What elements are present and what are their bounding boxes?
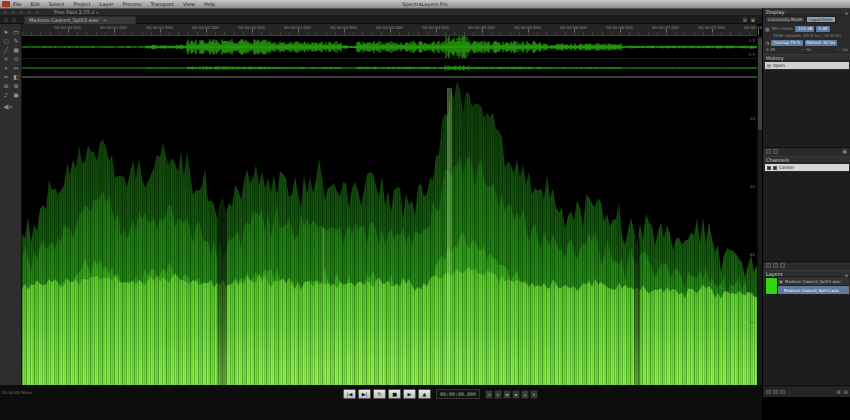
transport-option-6[interactable]: ▾ [530,390,538,399]
overlap-dropdown[interactable]: Overlap 75 % [771,40,802,46]
layer-toggle-icon-2[interactable] [773,390,778,394]
close-icon[interactable]: × [103,17,107,24]
select-tool[interactable]: ➤ [1,27,11,36]
record-arm-button[interactable]: ▲ [418,389,431,399]
history-item-open[interactable]: ▤ Open [765,62,849,69]
pencil-tool[interactable]: ✎ [11,36,21,45]
history-list[interactable] [763,70,850,148]
harmonics-tool[interactable]: ◧ [11,72,21,81]
hand-tool[interactable]: ▣ [11,90,21,99]
pass-mode-selector[interactable]: Free Pass 2.05 s [54,9,94,15]
frequency-tool[interactable]: ≈ [1,72,11,81]
menu-bar: FileEditSelectProjectLayerProcessTranspo… [13,0,215,9]
layers-list[interactable] [763,295,850,386]
stop-mini-icon[interactable] [11,10,16,15]
go-end-button[interactable]: ▶| [358,389,371,399]
pin-icon[interactable] [11,17,17,23]
refresh-dropdown[interactable]: Refresh 30 fps [805,40,838,46]
layer-footer-toggles [766,390,785,394]
luminosity-mode-button[interactable]: Luminosity Mode [765,16,805,23]
channel-solo-icon[interactable] [773,166,777,170]
transport-option-5[interactable]: ▴ [521,390,529,399]
layer-option-icon-3[interactable] [780,263,785,268]
tool-column: ➤▭○✎╱▦×⊙⌖↔≈◧⊞⊕♪▣ ◀» [0,24,22,385]
back-mini-icon[interactable] [19,10,24,15]
min-threshold-dropdown[interactable]: -120 dB [795,26,815,32]
play-button[interactable]: ▶ [403,389,416,399]
new-tab-icon[interactable]: + [742,17,748,23]
waveform-overview[interactable] [22,36,757,58]
loop-button[interactable]: ↻ [373,389,386,399]
transport-bar: |◀ ▶| ↻ ■ ▶ ▲ 00:00:00.000 ◂▸▪▪▴▾ [343,389,538,399]
clone-tool[interactable]: ⊙ [11,54,21,63]
layer-visibility-icon[interactable]: ▣ [779,279,783,284]
layer-toggle-icon-1[interactable] [766,390,771,394]
layer-row-parent[interactable]: ▣ Madison Caword_Split3.wav [778,277,849,286]
menu-transport[interactable]: Transport [151,0,174,9]
panel-menu-icon[interactable]: ≡ [845,10,848,17]
transport-option-2[interactable]: ▸ [494,390,502,399]
ruler-label: 00:00:04.500 [422,25,449,30]
chevron-down-icon: ▾ [96,10,98,15]
menu-file[interactable]: File [13,0,21,9]
speaker-icon[interactable]: ◀» [3,103,21,111]
measure-tool[interactable]: ⊞ [1,81,11,90]
history-panel-header: History [763,54,850,61]
go-start-button[interactable]: |◀ [343,389,356,399]
line-tool[interactable]: ╱ [1,45,11,54]
dock-icon[interactable] [3,17,9,23]
tab-list-icon[interactable]: ≡ [750,17,756,23]
layer-audio-icon[interactable]: ♪ [779,288,782,293]
lasso-tool[interactable]: ○ [1,36,11,45]
transport-option-1[interactable]: ◂ [485,390,493,399]
menu-view[interactable]: View [183,0,195,9]
threshold-row: ▦ Min thresh -120 dB 0 dB [765,25,849,32]
new-layer-icon[interactable]: ⊞ [837,389,841,395]
area-tool[interactable]: ▦ [11,45,21,54]
layer-option-icon-2[interactable] [773,263,778,268]
move-tool[interactable]: ↔ [11,63,21,72]
layer-option-icon-1[interactable] [766,263,771,268]
tab-strip-left-buttons [3,17,17,23]
timeline-ruler[interactable]: 00:00:00.50000:00:01.00000:00:01.50000:0… [22,24,757,36]
record-mini-icon[interactable] [3,10,8,15]
transport-option-3[interactable]: ▪ [503,390,511,399]
spectrogram-view[interactable] [22,78,757,385]
layer-option-buttons [766,263,785,268]
waveform-scale-label: 0.5 [749,38,755,43]
channel-item-center[interactable]: Center [765,164,849,171]
forward-mini-icon[interactable] [27,10,32,15]
waveform-layer-strip[interactable] [22,58,757,76]
menu-project[interactable]: Project [74,0,91,9]
menu-edit[interactable]: Edit [30,0,40,9]
copy-channel-icon[interactable]: ▣ [842,148,847,154]
channel-option-icon-1[interactable] [766,149,771,154]
marquee-tool[interactable]: ▭ [11,27,21,36]
history-item-label: Open [773,62,785,69]
layer-row-selected[interactable]: ♪ Madison Caword_Split3.wav [778,286,849,295]
delete-layer-icon[interactable]: ⊟ [844,389,848,395]
zoom-tool[interactable]: ⊕ [11,81,21,90]
layer-color-swatch[interactable] [765,277,778,295]
ruler-label: 00:00:07.500 [698,25,725,30]
max-threshold-dropdown[interactable]: 0 dB [816,26,829,32]
channel-item-label: Center [779,164,794,171]
stop-button[interactable]: ■ [388,389,401,399]
transport-option-4[interactable]: ▪ [512,390,520,399]
channels-panel-header: Channels [763,156,850,163]
logarithmic-mode-button[interactable]: Logarithmic [806,16,836,23]
menu-process[interactable]: Process [123,0,142,9]
file-tab[interactable]: Madison Caword_Split3.wav × [24,16,136,24]
play-tool[interactable]: ♪ [1,90,11,99]
close-mini-icon[interactable] [35,10,40,15]
channel-visible-icon[interactable] [767,166,771,170]
freq-readout: — Hz [801,47,811,52]
menu-layer[interactable]: Layer [100,0,114,9]
channel-option-icon-2[interactable] [773,149,778,154]
channels-list[interactable] [763,172,850,262]
menu-help[interactable]: Help [204,0,215,9]
menu-select[interactable]: Select [49,0,64,9]
picker-tool[interactable]: ⌖ [1,63,11,72]
layer-toggle-icon-3[interactable] [780,390,785,394]
eraser-tool[interactable]: × [1,54,11,63]
